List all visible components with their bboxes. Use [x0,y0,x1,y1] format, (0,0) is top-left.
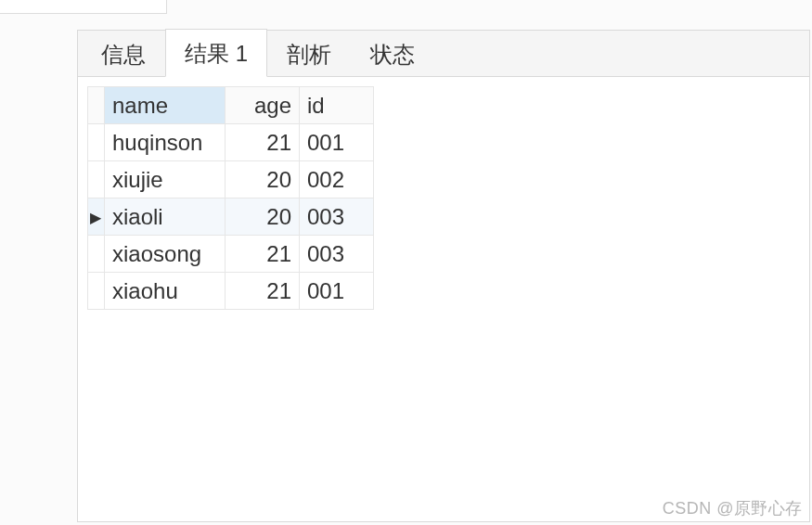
tab-status[interactable]: 状态 [351,30,434,77]
row-gutter [88,273,105,310]
cell-age[interactable]: 21 [226,236,300,273]
cell-name[interactable]: xiaohu [105,273,226,310]
cell-age[interactable]: 20 [226,161,300,198]
cell-age[interactable]: 21 [226,273,300,310]
gutter-header [88,87,105,124]
cell-id[interactable]: 002 [300,161,374,198]
table-row[interactable]: huqinson 21 001 [88,124,374,161]
tabs-bar: 信息 结果 1 剖析 状态 [78,31,809,77]
cell-name[interactable]: xiujie [105,161,226,198]
cell-id[interactable]: 003 [300,236,374,273]
column-header-name[interactable]: name [105,87,226,124]
current-row-marker-icon: ▶ [90,208,101,225]
table-row[interactable]: xiujie 20 002 [88,161,374,198]
header-row: name age id [88,87,374,124]
result-grid-wrap: name age id huqinson 21 001 xiujie 20 00… [78,77,809,310]
top-toolbar-fragment [0,0,167,14]
cell-age[interactable]: 20 [226,198,300,236]
row-gutter [88,161,105,198]
cell-id[interactable]: 003 [300,198,374,236]
cell-name[interactable]: huqinson [105,124,226,161]
tab-profile[interactable]: 剖析 [267,30,351,77]
column-header-age[interactable]: age [226,87,300,124]
cell-name[interactable]: xiaosong [105,236,226,273]
results-panel: 信息 结果 1 剖析 状态 name age id huqinson 21 00… [77,30,810,522]
cell-name[interactable]: xiaoli [105,198,226,236]
column-header-id[interactable]: id [300,87,374,124]
tab-result-1[interactable]: 结果 1 [165,29,267,77]
cell-id[interactable]: 001 [300,124,374,161]
result-grid[interactable]: name age id huqinson 21 001 xiujie 20 00… [87,86,374,310]
table-row[interactable]: xiaosong 21 003 [88,236,374,273]
table-row[interactable]: ▶ xiaoli 20 003 [88,198,374,236]
row-gutter [88,124,105,161]
cell-age[interactable]: 21 [226,124,300,161]
table-row[interactable]: xiaohu 21 001 [88,273,374,310]
cell-id[interactable]: 001 [300,273,374,310]
row-gutter [88,236,105,273]
row-gutter: ▶ [88,198,105,236]
tab-info[interactable]: 信息 [82,30,165,77]
